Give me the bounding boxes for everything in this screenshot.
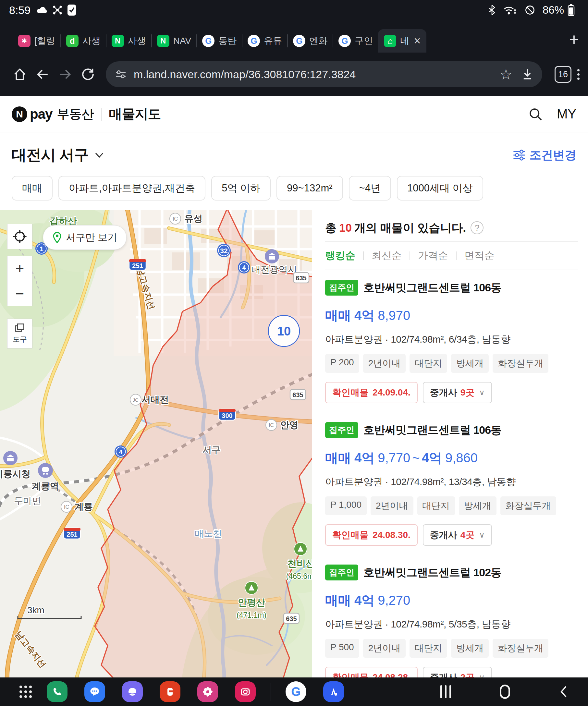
route-badge-635-3: 635	[284, 613, 299, 624]
svg-text:천비산: 천비산	[287, 558, 312, 568]
listing-detail: 아파트분양권 · 102/74.98m², 5/35층, 남동향	[325, 618, 578, 631]
google-favicon: G	[339, 35, 351, 47]
tab-naver-1[interactable]: N 사생	[107, 29, 151, 52]
agent-count-dropdown[interactable]: 중개사 4곳 ∨	[423, 524, 492, 546]
route-shield-4-b: 4	[115, 445, 127, 458]
svg-text:서대전: 서대전	[142, 395, 169, 404]
google-favicon: G	[202, 35, 214, 47]
filter-chip-property-type[interactable]: 아파트,아파트분양권,재건축	[58, 176, 205, 200]
map-label-dumamyeon: 두마면	[14, 496, 41, 506]
chevron-down-icon: ∨	[479, 388, 485, 397]
tab-google-jobs[interactable]: G 구인	[333, 29, 378, 52]
listing-title[interactable]: 호반써밋그랜드센트럴 106동	[363, 280, 501, 295]
svg-text:32: 32	[220, 247, 228, 254]
google-app-icon[interactable]: G	[285, 681, 306, 702]
tab-daum[interactable]: d 사생	[61, 29, 106, 52]
listing-cluster-marker[interactable]: 10	[268, 315, 300, 347]
filter-chip-price[interactable]: 5억 이하	[211, 176, 271, 200]
expressway-shield-251: 251	[129, 259, 146, 270]
sort-price[interactable]: 가격순	[418, 249, 448, 263]
tab-google-youtube[interactable]: G 유튜	[242, 29, 287, 52]
change-conditions-button[interactable]: 조건변경	[513, 147, 576, 163]
all-apps-icon[interactable]	[19, 685, 32, 698]
agent-count-dropdown[interactable]: 중개사 9곳 ∨	[423, 382, 492, 403]
camera-app-icon[interactable]	[235, 681, 256, 702]
flower-app-icon[interactable]	[197, 681, 218, 702]
close-tab-icon[interactable]: ×	[414, 34, 421, 48]
map-canvas[interactable]: 갑하산 (468.7m) IC 유성 32 대전광역시 호남고속지선	[0, 210, 312, 677]
search-icon[interactable]	[528, 107, 543, 121]
site-settings-icon[interactable]	[114, 68, 127, 81]
listing-card[interactable]: 집주인 호반써밋그랜드센트럴 106동 매매4억9,770~4억9,860 아파…	[325, 413, 578, 546]
my-menu[interactable]: MY	[557, 107, 576, 121]
forward-button[interactable]	[54, 67, 77, 82]
back-button[interactable]	[31, 67, 54, 82]
agent-count-dropdown[interactable]: 중개사 2곳 ∨	[423, 667, 492, 677]
svg-text:(471.1m): (471.1m)	[237, 611, 266, 619]
sort-newest[interactable]: 최신순	[371, 249, 402, 263]
total-count-row: 총 10 개의 매물이 있습니다. ?	[325, 210, 578, 233]
svg-text:계룡시청: 계룡시청	[0, 469, 31, 479]
listing-card[interactable]: 집주인 호반써밋그랜드센트럴 106동 매매4억8,970 아파트분양권 · 1…	[325, 270, 578, 403]
svg-text:251: 251	[67, 531, 77, 538]
help-icon[interactable]: ?	[471, 221, 483, 234]
messages-app-icon[interactable]	[84, 681, 105, 702]
chevron-down-icon[interactable]	[94, 151, 105, 159]
google-favicon: G	[247, 35, 260, 47]
back-key[interactable]	[559, 684, 569, 699]
current-location-button[interactable]	[7, 224, 33, 249]
tab-healing[interactable]: ✱ [힐링	[13, 29, 61, 52]
samsung-internet-app-icon[interactable]	[122, 681, 143, 702]
red-app-icon[interactable]	[160, 681, 181, 702]
filter-chip-age[interactable]: ~4년	[349, 176, 391, 200]
filter-chip-households[interactable]: 1000세대 이상	[397, 176, 483, 200]
menu-kebab-icon[interactable]	[577, 67, 580, 82]
tab-naver-2[interactable]: N NAV	[152, 29, 197, 52]
share-nodes-icon	[52, 5, 63, 15]
tab-naver-land-active[interactable]: ⌂ 네 ×	[378, 29, 426, 52]
sort-area[interactable]: 면적순	[464, 249, 495, 263]
new-tab-button[interactable]: +	[569, 31, 579, 48]
sort-ranking[interactable]: 랭킹순	[325, 249, 355, 263]
listing-title[interactable]: 호반써밋그랜드센트럴 102동	[363, 565, 501, 580]
npay-logo-pay[interactable]: pay	[30, 107, 52, 122]
home-button[interactable]	[8, 67, 31, 82]
npay-logo[interactable]: N	[12, 107, 27, 122]
listing-tags: P 1,000 2년이내 대단지 방세개 화장실두개	[325, 497, 578, 515]
recents-key[interactable]	[440, 685, 451, 698]
tab-google-yen[interactable]: G 엔화	[288, 29, 332, 52]
reload-button[interactable]	[77, 67, 99, 82]
zoom-out-button[interactable]: −	[7, 281, 32, 306]
download-icon[interactable]	[521, 67, 534, 81]
svg-text:635: 635	[296, 274, 306, 282]
tab-count-button[interactable]: 16	[555, 66, 572, 83]
page-title: 매물지도	[109, 105, 161, 123]
region-selector[interactable]: 대전시 서구	[12, 145, 89, 165]
confirmed-listing-badge: 확인매물 24.08.30.	[325, 524, 418, 546]
tab-google-dongtan[interactable]: G 동탄	[197, 29, 242, 52]
url-bar[interactable]: m.land.naver.com/map/36.3081076:127.3824…	[106, 61, 542, 87]
svg-text:계룡역: 계룡역	[32, 481, 59, 491]
zoom-in-button[interactable]: +	[7, 256, 32, 281]
map-graphic: 갑하산 (468.7m) IC 유성 32 대전광역시 호남고속지선	[0, 210, 312, 677]
home-key[interactable]	[500, 684, 510, 699]
url-text[interactable]: m.land.naver.com/map/36.3081076:127.3824	[134, 68, 497, 81]
filter-chip-area[interactable]: 99~132m²	[276, 176, 343, 200]
bluetooth-icon	[488, 4, 496, 16]
cloud-icon	[36, 5, 48, 15]
phone-app-icon[interactable]	[47, 681, 68, 702]
layers-icon	[14, 323, 25, 333]
view-district-only-button[interactable]: 서구만 보기	[43, 225, 126, 250]
ipadmarket-favicon: ✱	[18, 35, 31, 47]
listing-title[interactable]: 호반써밋그랜드센트럴 106동	[363, 423, 501, 438]
svg-text:3km: 3km	[27, 605, 44, 615]
svg-text:251: 251	[132, 262, 143, 269]
browser-tab-strip: ✱ [힐링 d 사생 N 사생 N NAV G 동탄 G 유튜 G	[0, 20, 588, 52]
naver-land-app-icon[interactable]	[323, 681, 344, 702]
ic-gyeryong-marker: IC 계룡	[61, 501, 93, 512]
filter-chip-trade-type[interactable]: 매매	[12, 176, 52, 200]
listing-card[interactable]: 집주인 호반써밋그랜드센트럴 102동 매매4억9,270 아파트분양권 · 1…	[325, 555, 578, 677]
service-name[interactable]: 부동산	[57, 106, 94, 122]
map-tools-button[interactable]: 도구	[7, 319, 33, 348]
bookmark-star-icon[interactable]: ☆	[500, 66, 512, 83]
